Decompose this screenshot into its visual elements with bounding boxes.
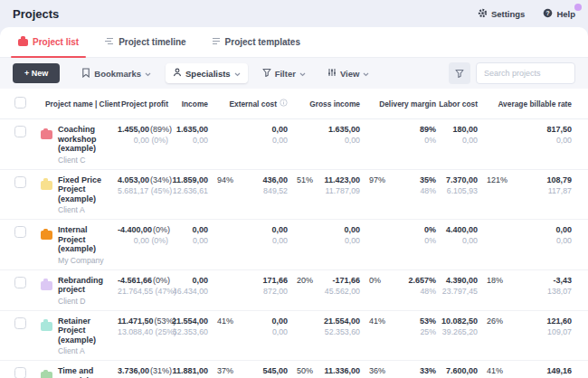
filter-button[interactable]: Filter — [255, 63, 313, 83]
cell-income-pct — [210, 276, 241, 306]
briefcase-icon — [18, 39, 28, 46]
project-name: Time and Material Project — [58, 366, 112, 378]
new-project-button[interactable]: + New — [13, 63, 60, 83]
cell-gross-income: 21.554,00 52.353,60 — [320, 317, 362, 356]
chevron-down-icon — [145, 69, 151, 79]
cell-gross-income-pct: 36% — [362, 366, 394, 378]
col-header-project-name[interactable]: Project name | Client — [36, 99, 118, 109]
view-button[interactable]: View — [320, 63, 376, 83]
chevron-down-icon — [234, 69, 241, 79]
project-name-cell[interactable]: Time and Material Project — [58, 366, 118, 378]
cell-external-cost-pct: 51% — [289, 175, 320, 215]
col-header-delivery-margin[interactable]: Delivery margin — [362, 99, 438, 109]
project-name-cell[interactable]: Coaching workshop (example) Client C — [58, 125, 118, 165]
project-briefcase-icon — [41, 231, 52, 240]
cell-labor-cost-pct: 18% — [479, 276, 510, 306]
cell-gross-income: -171,66 45.562,00 — [320, 276, 362, 306]
cell-delivery-margin: 53% 25% — [394, 317, 438, 356]
cell-labor-cost: 180,00 0,00 — [438, 125, 479, 165]
project-name: Fixed Price Project (example) — [58, 175, 112, 204]
row-checkbox[interactable] — [14, 176, 26, 188]
cell-average-billable-rate: 121,60 109,07 — [510, 317, 574, 356]
cell-labor-cost-pct: 41% — [479, 366, 510, 378]
table-row[interactable]: Time and Material Project 3.736,00(31%) … — [0, 361, 588, 378]
cell-labor-cost: 4.390,00 23.797,45 — [438, 276, 479, 306]
person-icon — [173, 68, 182, 79]
row-spacer — [574, 125, 588, 165]
project-client: Client D — [58, 297, 112, 306]
col-header-gross-income[interactable]: Gross income — [289, 99, 362, 109]
table-row[interactable]: Fixed Price Project (example) Client A 4… — [0, 170, 588, 221]
col-header-income[interactable]: Income — [170, 99, 210, 109]
timeline-icon — [104, 37, 114, 47]
table-row[interactable]: Retainer Project (example) Client A 11.4… — [0, 311, 588, 362]
row-checkbox[interactable] — [14, 226, 26, 238]
list-icon — [212, 37, 221, 47]
cell-project-profit: 4.053,00(34%) 5.681,17 (45%) — [118, 175, 170, 215]
row-checkbox[interactable] — [14, 126, 26, 137]
specialists-button[interactable]: Specialists — [166, 63, 248, 83]
cell-project-profit: 3.736,00(31%) 12.644,00 (39%) — [118, 366, 170, 378]
settings-button[interactable]: Settings — [478, 8, 525, 20]
project-client: Client A — [58, 346, 112, 355]
project-color-cell — [36, 175, 58, 215]
col-header-average-billable-rate[interactable]: Average billable rate — [479, 99, 574, 109]
cell-delivery-margin: 35% 48% — [394, 175, 438, 215]
project-client: My Company — [58, 256, 112, 265]
page-title: Projects — [13, 7, 59, 21]
tab-project-list[interactable]: Project list — [18, 27, 79, 57]
cell-labor-cost-pct: 121% — [479, 175, 510, 215]
cell-external-cost: 0,00 0,00 — [241, 125, 289, 165]
cell-delivery-margin: 33% 41% — [394, 366, 438, 378]
cell-income-pct — [210, 125, 241, 165]
cell-income: 1.635,00 0,00 — [170, 125, 210, 165]
cell-labor-cost-pct: 26% — [479, 317, 510, 356]
row-checkbox[interactable] — [14, 277, 26, 288]
cell-average-billable-rate: 0,00 0,00 — [510, 225, 574, 265]
cell-delivery-margin: 2.657% 48% — [394, 276, 438, 306]
cell-gross-income: 11.423,00 11.787,09 — [320, 175, 362, 215]
help-button[interactable]: ? Help — [543, 8, 575, 20]
saved-filters-button[interactable] — [449, 62, 470, 84]
cell-delivery-margin: 0% 0% — [394, 225, 438, 265]
row-checkbox[interactable] — [14, 317, 26, 329]
cell-gross-income: 1.635,00 0,00 — [320, 125, 362, 165]
cell-external-cost-pct — [289, 125, 320, 165]
cell-income: 0,00 0,00 — [170, 225, 210, 265]
cell-labor-cost: 7.370,00 6.105,93 — [438, 175, 479, 215]
row-spacer — [574, 175, 588, 215]
project-name-cell[interactable]: Fixed Price Project (example) Client A — [58, 175, 118, 215]
toolbar: + New Bookmarks Specialists Filter View — [0, 58, 588, 89]
row-checkbox-cell — [0, 276, 36, 306]
project-name-cell[interactable]: Rebranding project Client D — [58, 276, 118, 306]
cell-gross-income: 11.336,00 31.174,00 — [320, 366, 362, 378]
col-header-project-profit[interactable]: Project profit — [118, 99, 170, 109]
select-all-checkbox[interactable] — [14, 97, 26, 109]
notification-dot — [574, 4, 582, 11]
row-checkbox-cell — [0, 225, 36, 265]
project-client: Client A — [58, 205, 112, 214]
bookmarks-button[interactable]: Bookmarks — [74, 63, 158, 84]
table-row[interactable]: Rebranding project Client D -4.561,66(0%… — [0, 270, 588, 311]
project-name: Coaching workshop (example) — [58, 125, 112, 154]
table-row[interactable]: Internal Project (example) My Company -4… — [0, 220, 588, 270]
cell-external-cost-pct — [289, 317, 320, 356]
col-header-labor-cost[interactable]: Labor cost — [438, 99, 479, 109]
cell-labor-cost: 7.600,00 18.530,00 — [438, 366, 479, 378]
tab-project-templates[interactable]: Project templates — [212, 27, 300, 57]
chevron-down-icon — [363, 69, 369, 79]
project-name-cell[interactable]: Retainer Project (example) Client A — [58, 317, 118, 356]
info-icon[interactable] — [280, 99, 288, 109]
row-spacer — [574, 225, 588, 265]
cell-external-cost: 545,00 1.090,00 — [241, 366, 289, 378]
table-header: Project name | Client Project profit Inc… — [0, 89, 588, 119]
project-name-cell[interactable]: Internal Project (example) My Company — [58, 225, 118, 265]
col-header-external-cost[interactable]: External cost — [210, 99, 289, 109]
table-row[interactable]: Coaching workshop (example) Client C 1.4… — [0, 119, 588, 170]
row-checkbox[interactable] — [14, 367, 26, 378]
table-body: Coaching workshop (example) Client C 1.4… — [0, 119, 588, 378]
row-checkbox-cell — [0, 317, 36, 356]
search-input[interactable] — [476, 62, 575, 84]
cell-gross-income-pct: 41% — [362, 317, 394, 356]
tab-project-timeline[interactable]: Project timeline — [104, 27, 185, 57]
